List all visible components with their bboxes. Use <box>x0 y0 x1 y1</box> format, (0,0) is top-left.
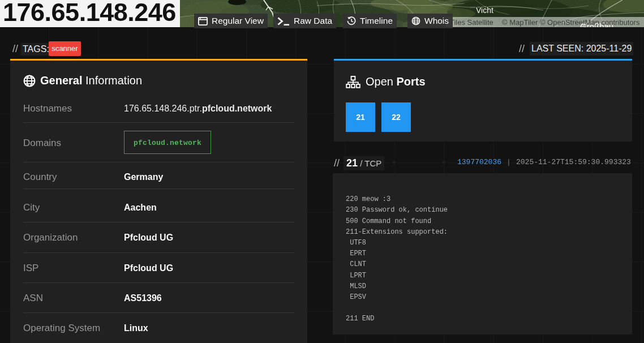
svg-text:Tiles Satellite: Tiles Satellite <box>450 18 493 27</box>
svg-text:Vicht: Vicht <box>476 6 493 15</box>
svg-text:© MapTiler © OpenStreetMap con: © MapTiler © OpenStreetMap contributors <box>502 18 640 27</box>
svg-text:Großhau: Großhau <box>580 22 613 27</box>
